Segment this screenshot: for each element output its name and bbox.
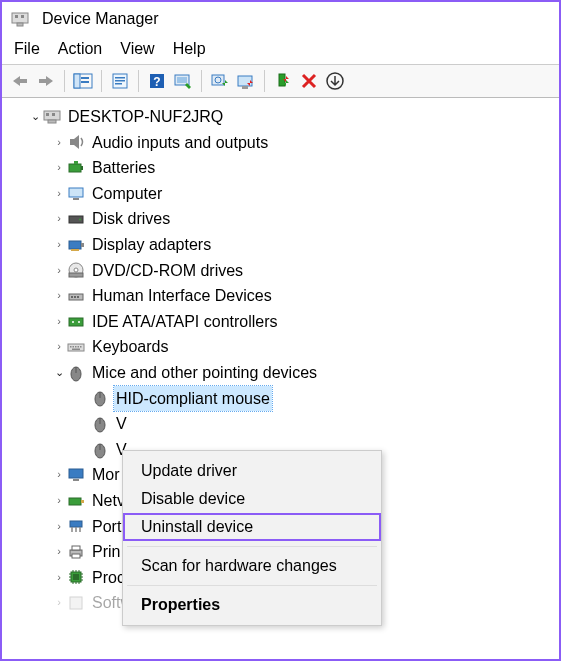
menu-view[interactable]: View bbox=[120, 40, 154, 58]
tree-node-computer[interactable]: › Computer bbox=[6, 181, 555, 207]
node-label: Human Interface Devices bbox=[90, 283, 274, 309]
expand-icon[interactable]: › bbox=[52, 210, 66, 228]
svg-rect-21 bbox=[242, 86, 248, 89]
app-icon bbox=[10, 9, 30, 29]
expand-icon[interactable]: › bbox=[52, 338, 66, 356]
cm-disable-device[interactable]: Disable device bbox=[123, 485, 381, 513]
svg-rect-54 bbox=[72, 349, 80, 351]
svg-rect-52 bbox=[78, 346, 80, 348]
expand-icon[interactable]: › bbox=[52, 185, 66, 203]
tree-node-ide[interactable]: › IDE ATA/ATAPI controllers bbox=[6, 309, 555, 335]
svg-rect-70 bbox=[72, 554, 80, 558]
tree-node-keyboards[interactable]: › Keyboards bbox=[6, 334, 555, 360]
tree-node-batteries[interactable]: › Batteries bbox=[6, 155, 555, 181]
update-driver-button[interactable] bbox=[208, 69, 232, 93]
svg-rect-63 bbox=[69, 469, 83, 478]
expand-icon[interactable]: › bbox=[52, 569, 66, 587]
svg-rect-28 bbox=[69, 164, 81, 172]
svg-rect-66 bbox=[81, 500, 84, 503]
enable-device-button[interactable] bbox=[271, 69, 295, 93]
svg-rect-51 bbox=[75, 346, 77, 348]
root-label: DESKTOP-NUF2JRQ bbox=[66, 104, 225, 130]
svg-rect-26 bbox=[52, 113, 55, 116]
titlebar: Device Manager bbox=[2, 2, 559, 36]
mouse-icon bbox=[90, 440, 110, 460]
down-arrow-button[interactable] bbox=[323, 69, 347, 93]
expand-icon[interactable]: ⌄ bbox=[52, 364, 66, 382]
svg-rect-72 bbox=[73, 574, 79, 580]
tree-node-audio[interactable]: › Audio inputs and outputs bbox=[6, 130, 555, 156]
expand-icon[interactable]: › bbox=[52, 594, 66, 612]
expand-icon[interactable]: › bbox=[52, 518, 66, 536]
expand-icon[interactable]: › bbox=[52, 313, 66, 331]
cm-properties[interactable]: Properties bbox=[123, 591, 381, 619]
tree-node-diskdrives[interactable]: › Disk drives bbox=[6, 206, 555, 232]
expand-icon[interactable]: › bbox=[52, 134, 66, 152]
properties-button[interactable] bbox=[108, 69, 132, 93]
node-label: DVD/CD-ROM drives bbox=[90, 258, 245, 284]
svg-rect-37 bbox=[71, 249, 79, 251]
tree-node-hid[interactable]: › Human Interface Devices bbox=[6, 283, 555, 309]
svg-text:?: ? bbox=[153, 75, 160, 89]
svg-rect-50 bbox=[73, 346, 75, 348]
scan-hardware-button[interactable] bbox=[171, 69, 195, 93]
uninstall-device-button[interactable] bbox=[297, 69, 321, 93]
port-icon bbox=[66, 516, 86, 536]
menu-action[interactable]: Action bbox=[58, 40, 102, 58]
svg-rect-25 bbox=[46, 113, 49, 116]
svg-rect-40 bbox=[69, 273, 83, 277]
menu-help[interactable]: Help bbox=[173, 40, 206, 58]
ide-icon bbox=[66, 312, 86, 332]
svg-rect-11 bbox=[115, 77, 125, 79]
expand-icon[interactable]: › bbox=[52, 236, 66, 254]
svg-rect-2 bbox=[21, 15, 24, 18]
mouse-icon bbox=[90, 388, 110, 408]
expand-icon[interactable]: ⌄ bbox=[28, 108, 42, 126]
tree-node-display[interactable]: › Display adapters bbox=[6, 232, 555, 258]
cm-scan-hardware[interactable]: Scan for hardware changes bbox=[123, 552, 381, 580]
disable-device-button[interactable] bbox=[234, 69, 258, 93]
monitor-icon bbox=[66, 465, 86, 485]
tree-node-mouse-v1[interactable]: V bbox=[6, 411, 555, 437]
expand-icon[interactable]: › bbox=[52, 543, 66, 561]
menu-file[interactable]: File bbox=[14, 40, 40, 58]
svg-rect-31 bbox=[69, 188, 83, 197]
toolbar-separator bbox=[64, 70, 65, 92]
svg-rect-9 bbox=[81, 81, 89, 83]
monitor-icon bbox=[66, 184, 86, 204]
show-hide-console-button[interactable] bbox=[71, 69, 95, 93]
toolbar-separator bbox=[138, 70, 139, 92]
node-label: Keyboards bbox=[90, 334, 171, 360]
expand-icon[interactable]: › bbox=[52, 159, 66, 177]
node-label: Port bbox=[90, 514, 123, 540]
expand-icon[interactable]: › bbox=[52, 287, 66, 305]
tree-root[interactable]: ⌄ DESKTOP-NUF2JRQ bbox=[6, 104, 555, 130]
svg-rect-5 bbox=[39, 79, 47, 83]
speaker-icon bbox=[66, 132, 86, 152]
svg-rect-17 bbox=[177, 77, 187, 83]
node-label: V bbox=[114, 411, 129, 437]
battery-icon bbox=[66, 158, 86, 178]
forward-button[interactable] bbox=[34, 69, 58, 93]
svg-point-34 bbox=[79, 219, 81, 221]
disk-icon bbox=[66, 209, 86, 229]
svg-rect-45 bbox=[69, 318, 83, 326]
svg-rect-13 bbox=[115, 83, 122, 85]
svg-rect-27 bbox=[48, 120, 56, 123]
back-button[interactable] bbox=[8, 69, 32, 93]
help-button[interactable]: ? bbox=[145, 69, 169, 93]
cm-uninstall-device[interactable]: Uninstall device bbox=[123, 513, 381, 541]
cm-separator bbox=[127, 585, 377, 586]
tree-node-dvd[interactable]: › DVD/CD-ROM drives bbox=[6, 258, 555, 284]
node-label: Computer bbox=[90, 181, 164, 207]
tree-node-hidmouse[interactable]: HID-compliant mouse bbox=[6, 386, 555, 412]
expand-icon[interactable]: › bbox=[52, 466, 66, 484]
svg-rect-36 bbox=[81, 243, 84, 247]
expand-icon[interactable]: › bbox=[52, 492, 66, 510]
tree-node-mice[interactable]: ⌄ Mice and other pointing devices bbox=[6, 360, 555, 386]
svg-rect-32 bbox=[73, 198, 79, 200]
expand-icon[interactable]: › bbox=[52, 262, 66, 280]
svg-rect-43 bbox=[74, 296, 76, 298]
computer-icon bbox=[42, 107, 62, 127]
cm-update-driver[interactable]: Update driver bbox=[123, 457, 381, 485]
